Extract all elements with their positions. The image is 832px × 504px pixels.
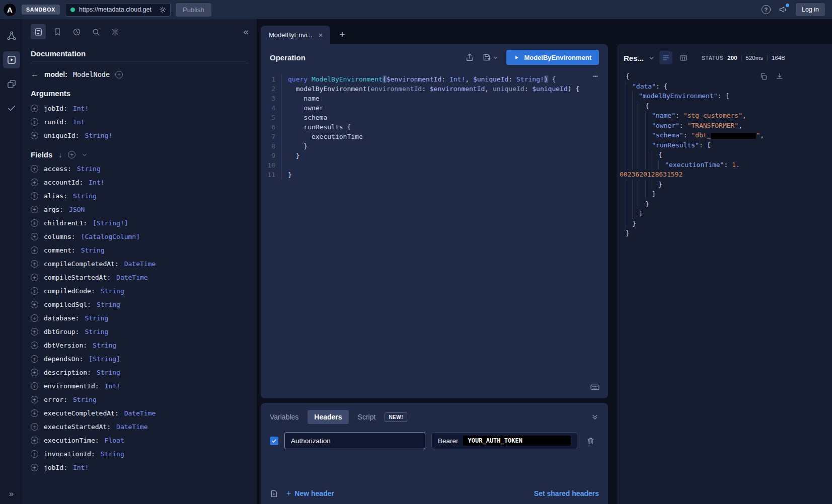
field-row[interactable]: +jobId:Int! [23,461,257,474]
new-tab-button[interactable]: + [334,26,350,43]
add-field-icon[interactable]: + [31,437,38,444]
help-icon[interactable]: ? [762,5,771,14]
delete-header-icon[interactable] [586,437,595,445]
tab-variables[interactable]: Variables [270,413,298,421]
field-row[interactable]: +environmentId:Int! [23,379,257,393]
add-field-icon[interactable]: + [31,450,38,458]
add-field-icon[interactable]: + [31,105,38,112]
collapse-request-panel-icon[interactable] [591,413,599,421]
field-row[interactable]: +runId:Int [23,115,257,129]
add-field-icon[interactable]: + [31,369,38,376]
breadcrumb-type-name[interactable]: ModelNode [73,70,110,78]
login-button[interactable]: Log in [796,3,825,16]
field-row[interactable]: +columns:[CatalogColumn] [23,230,257,243]
field-row[interactable]: +error:String [23,393,257,406]
field-row[interactable]: +accountId:Int! [23,176,257,189]
response-raw-view-icon[interactable] [659,51,672,64]
field-row[interactable]: +compiledCode:String [23,284,257,298]
field-row[interactable]: +uniqueId:String! [23,129,257,142]
add-field-icon[interactable]: + [31,409,38,417]
close-tab-icon[interactable]: × [319,31,323,39]
field-row[interactable]: +invocationId:String [23,447,257,461]
add-field-icon[interactable]: + [31,132,38,139]
docs-settings-icon[interactable] [107,24,122,39]
bookmark-icon[interactable] [50,24,65,39]
history-icon[interactable] [69,24,84,39]
field-row[interactable]: +executionTime:Float [23,434,257,447]
response-table-view-icon[interactable] [677,51,690,64]
new-header-button[interactable]: + New header [286,489,334,498]
collapse-docs-icon[interactable]: « [243,26,249,37]
rail-checklist-button[interactable] [3,100,20,117]
endpoint-settings-icon[interactable] [159,6,167,14]
add-field-icon[interactable]: + [31,301,38,308]
tab-script[interactable]: Script [358,413,376,421]
add-field-icon[interactable]: + [31,342,38,349]
add-field-icon[interactable]: + [31,118,38,126]
add-field-icon[interactable]: + [31,314,38,322]
add-field-icon[interactable]: + [31,423,38,431]
add-all-fields-icon[interactable]: + [68,151,75,158]
add-field-icon[interactable]: + [31,355,38,363]
rail-collections-button[interactable] [3,75,20,93]
field-row[interactable]: +comment:String [23,243,257,257]
add-field-icon[interactable]: + [31,233,38,240]
header-key-input[interactable]: Authorization [284,432,425,449]
add-type-icon[interactable]: + [115,71,123,78]
rail-explorer-button[interactable] [3,51,20,68]
add-field-icon[interactable]: + [31,287,38,295]
share-operation-icon[interactable] [465,53,474,62]
add-field-icon[interactable]: + [31,396,38,403]
tab-headers[interactable]: Headers [308,410,348,424]
field-row[interactable]: +args:JSON [23,203,257,216]
operation-tab[interactable]: ModelByEnvi... × [261,26,330,44]
documentation-tab-icon[interactable] [31,24,46,39]
add-field-icon[interactable]: + [31,328,38,335]
field-row[interactable]: +database:String [23,311,257,325]
apollo-logo[interactable]: A [3,3,17,17]
publish-button[interactable]: Publish [176,3,211,17]
add-field-icon[interactable]: + [31,246,38,254]
copy-response-icon[interactable] [760,72,768,80]
add-field-icon[interactable]: + [31,219,38,227]
add-field-icon[interactable]: + [31,192,38,200]
field-row[interactable]: +compileStartedAt:DateTime [23,271,257,284]
sort-fields-icon[interactable]: ↓ [58,151,62,159]
add-field-icon[interactable]: + [31,464,38,471]
field-row[interactable]: +description:String [23,366,257,379]
run-operation-button[interactable]: ModelByEnvironment [506,50,599,65]
back-icon[interactable]: ← [31,70,39,79]
expand-rail-button[interactable]: » [0,489,23,499]
field-row[interactable]: +jobId:Int! [23,102,257,115]
header-enabled-checkbox[interactable] [270,437,278,445]
field-row[interactable]: +executeCompletedAt:DateTime [23,406,257,420]
download-response-icon[interactable] [776,72,784,80]
add-field-icon[interactable]: + [31,260,38,268]
fields-options-chevron-icon[interactable] [82,152,88,158]
field-row[interactable]: +dbtVersion:String [23,339,257,352]
search-icon[interactable] [88,24,103,39]
graphql-editor[interactable]: 1query ModelByEnvironment($environmentId… [261,69,608,398]
field-row[interactable]: +dbtGroup:String [23,325,257,339]
announcements-icon[interactable] [779,5,788,14]
field-row[interactable]: +compileCompletedAt:DateTime [23,257,257,271]
field-row[interactable]: +dependsOn:[String] [23,352,257,366]
add-field-icon[interactable]: + [31,179,38,186]
field-row[interactable]: +alias:String [23,189,257,203]
edit-headers-json-icon[interactable] [270,489,278,498]
endpoint-url-input[interactable]: https://metadata.cloud.get [65,3,171,17]
add-field-icon[interactable]: + [31,382,38,390]
rail-schema-button[interactable] [3,27,20,44]
field-row[interactable]: +compiledSql:String [23,298,257,311]
header-value-input[interactable]: Bearer YOUR_AUTH_TOKEN [431,432,577,449]
add-field-icon[interactable]: + [31,274,38,281]
field-row[interactable]: +access:String [23,162,257,176]
field-row[interactable]: +executeStartedAt:DateTime [23,420,257,434]
add-field-icon[interactable]: + [31,165,38,173]
response-options-chevron-icon[interactable] [648,55,655,61]
shared-headers-button[interactable]: Set shared headers [534,489,599,497]
keyboard-shortcuts-icon[interactable] [590,382,600,392]
save-operation-group[interactable] [482,53,498,62]
field-row[interactable]: +childrenL1:[String!] [23,216,257,230]
editor-menu-icon[interactable]: ⋯ [593,71,599,81]
